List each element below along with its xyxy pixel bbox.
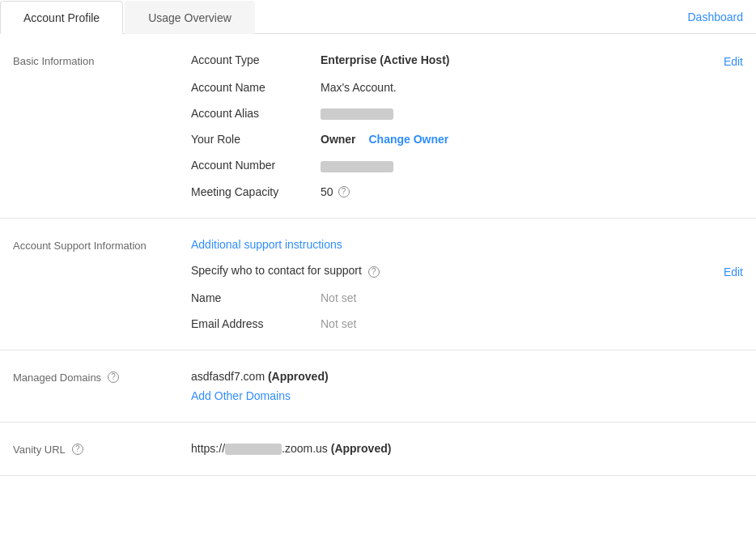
account-alias-blurred <box>321 108 393 120</box>
account-number-label: Account Number <box>191 159 321 172</box>
support-edit-button[interactable]: Edit <box>724 264 743 278</box>
vanity-url-info-icon[interactable]: ? <box>72 444 83 455</box>
account-number-blurred <box>321 161 393 172</box>
basic-information-content: Account Type Enterprise (Active Host) Ed… <box>191 53 743 198</box>
basic-information-label: Basic Information <box>13 53 191 198</box>
basic-info-edit-button[interactable]: Edit <box>724 53 743 68</box>
meeting-capacity-row: Meeting Capacity 50 ? <box>191 185 743 198</box>
account-alias-label: Account Alias <box>191 107 321 120</box>
account-support-section: Account Support Information Additional s… <box>0 219 756 350</box>
account-name-row: Account Name Max's Account. <box>191 81 743 94</box>
meeting-capacity-value: 50 ? <box>321 185 743 198</box>
tabs-bar: Account Profile Usage Overview Dashboard <box>0 0 756 34</box>
specify-row: Specify who to contact for support ? Edi… <box>191 264 743 278</box>
your-role-label: Your Role <box>191 133 321 146</box>
your-role-row: Your Role Owner Change Owner <box>191 133 743 146</box>
basic-information-section: Basic Information Account Type Enterpris… <box>0 34 756 219</box>
dashboard-link[interactable]: Dashboard <box>688 11 744 23</box>
account-alias-value <box>321 107 743 120</box>
managed-domains-label: Managed Domains ? <box>13 370 191 402</box>
domain-text: asdfasdf7.com (Approved) <box>191 370 743 383</box>
vanity-url-approved-badge: (Approved) <box>331 442 392 455</box>
vanity-url-content: https:// .zoom.us (Approved) <box>191 442 743 456</box>
managed-domains-section: Managed Domains ? asdfasdf7.com (Approve… <box>0 350 756 422</box>
page-content: Basic Information Account Type Enterpris… <box>0 34 756 476</box>
account-support-label: Account Support Information <box>13 238 191 330</box>
support-name-label: Name <box>191 291 321 304</box>
change-owner-link[interactable]: Change Owner <box>368 133 448 146</box>
tab-account-profile[interactable]: Account Profile <box>0 1 123 34</box>
account-number-row: Account Number <box>191 159 743 172</box>
domain-approved-badge: (Approved) <box>268 370 329 383</box>
vanity-url-value: https:// .zoom.us (Approved) <box>191 442 391 455</box>
specify-info-icon[interactable]: ? <box>368 266 380 278</box>
support-name-value: Not set <box>321 291 743 304</box>
specify-label: Specify who to contact for support ? <box>191 264 724 277</box>
support-email-value: Not set <box>321 317 743 330</box>
account-type-label: Account Type <box>191 53 321 66</box>
vanity-url-blurred <box>225 444 282 455</box>
your-role-value: Owner Change Owner <box>321 133 743 146</box>
account-name-value: Max's Account. <box>321 81 743 94</box>
support-name-row: Name Not set <box>191 291 743 304</box>
managed-domains-info-icon[interactable]: ? <box>108 372 119 383</box>
meeting-capacity-info-icon[interactable]: ? <box>338 186 350 197</box>
vanity-url-section: Vanity URL ? https:// .zoom.us (Approved… <box>0 422 756 476</box>
account-alias-row: Account Alias <box>191 107 743 120</box>
support-email-row: Email Address Not set <box>191 317 743 330</box>
managed-domains-content: asdfasdf7.com (Approved) Add Other Domai… <box>191 370 743 402</box>
add-other-domains-link[interactable]: Add Other Domains <box>191 389 743 402</box>
account-type-value: Enterprise (Active Host) <box>321 53 724 66</box>
tab-usage-overview[interactable]: Usage Overview <box>125 1 255 34</box>
support-email-label: Email Address <box>191 317 321 330</box>
account-name-label: Account Name <box>191 81 321 94</box>
account-number-value <box>321 159 743 172</box>
meeting-capacity-label: Meeting Capacity <box>191 185 321 198</box>
account-support-content: Additional support instructions Specify … <box>191 238 743 330</box>
account-type-row: Account Type Enterprise (Active Host) Ed… <box>191 53 743 68</box>
vanity-url-label: Vanity URL ? <box>13 442 191 456</box>
additional-support-link[interactable]: Additional support instructions <box>191 238 743 251</box>
